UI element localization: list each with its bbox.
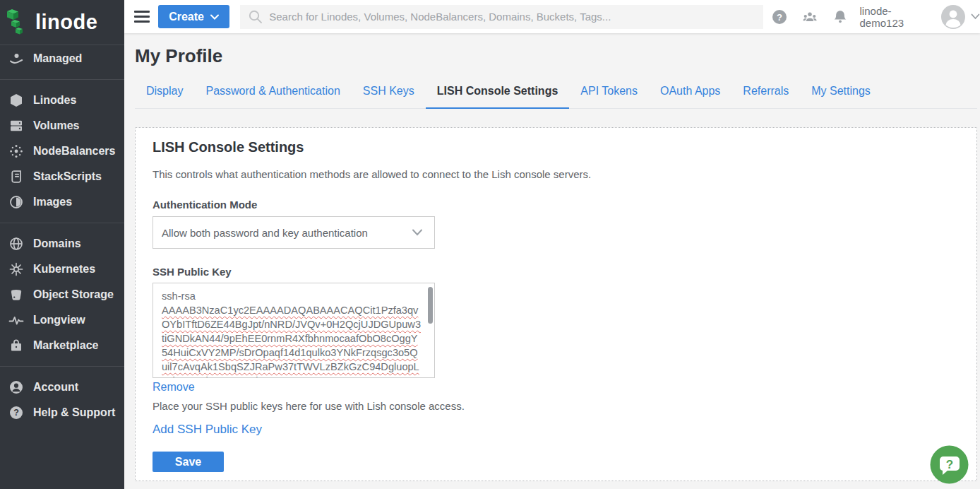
sidebar-item-label: StackScripts xyxy=(33,170,102,183)
sidebar-item-label: Kubernetes xyxy=(33,263,95,276)
topbar: Create ? linode-demo123 xyxy=(124,0,980,33)
help-circle-icon[interactable]: ? xyxy=(772,9,787,25)
sidebar-item-label: Account xyxy=(33,381,78,394)
sidebar-nav: Managed Linodes Volumes NodeBalancers S xyxy=(0,45,124,425)
ssh-key-helper-text: Place your SSH public keys here for use … xyxy=(153,400,960,412)
tab-referrals[interactable]: Referrals xyxy=(731,76,800,108)
svg-text:?: ? xyxy=(13,408,19,418)
sidebar-item-kubernetes[interactable]: Kubernetes xyxy=(0,257,124,282)
help-icon: ? xyxy=(8,405,25,420)
user-menu[interactable]: linode-demo123 xyxy=(860,5,980,29)
remove-key-link[interactable]: Remove xyxy=(153,381,195,394)
floating-help-button[interactable]: ? xyxy=(929,444,969,485)
auth-mode-select[interactable]: Allow both password and key authenticati… xyxy=(153,216,435,249)
volumes-icon xyxy=(8,118,25,134)
nodebalancers-icon xyxy=(8,143,25,159)
ssh-key-textarea[interactable]: ssh-rsa AAAAB3NzaC1yc2EAAAADAQABAAACAQCi… xyxy=(153,283,435,378)
search-input[interactable] xyxy=(269,11,755,23)
object-storage-icon xyxy=(8,287,25,302)
sidebar-item-label: Help & Support xyxy=(33,406,115,419)
svg-text:?: ? xyxy=(946,458,953,471)
tab-oauth-apps[interactable]: OAuth Apps xyxy=(649,76,731,108)
main-content: My Profile Display Password & Authentica… xyxy=(124,33,980,489)
sidebar-item-label: Volumes xyxy=(33,119,80,132)
domains-icon xyxy=(8,236,25,252)
create-button[interactable]: Create xyxy=(158,5,229,28)
sidebar-item-managed[interactable]: Managed xyxy=(0,46,124,71)
sidebar-item-label: Longview xyxy=(33,314,85,326)
sidebar-item-domains[interactable]: Domains xyxy=(0,231,124,257)
tab-ssh-keys[interactable]: SSH Keys xyxy=(352,76,426,108)
create-button-label: Create xyxy=(169,11,204,23)
menu-hamburger-icon[interactable] xyxy=(134,11,150,23)
notifications-bell-icon[interactable] xyxy=(832,9,848,25)
linode-logo-text: linode xyxy=(35,11,97,34)
account-icon xyxy=(8,379,25,395)
save-button[interactable]: Save xyxy=(153,452,224,472)
stackscripts-icon xyxy=(8,169,25,184)
sidebar-item-account[interactable]: Account xyxy=(0,375,124,400)
sidebar: linode Managed Linodes Volumes NodeBal xyxy=(0,0,124,489)
tab-password-authentication[interactable]: Password & Authentication xyxy=(194,76,351,108)
topbar-icons: ? xyxy=(772,9,848,25)
sidebar-item-images[interactable]: Images xyxy=(0,189,124,215)
auth-mode-value: Allow both password and key authenticati… xyxy=(162,227,368,239)
search-icon xyxy=(248,9,263,24)
username: linode-demo123 xyxy=(860,5,936,29)
sidebar-item-label: Images xyxy=(33,196,72,208)
tab-lish-console-settings[interactable]: LISH Console Settings xyxy=(426,76,570,109)
longview-icon xyxy=(8,312,25,328)
linode-logo-icon xyxy=(5,6,32,39)
add-ssh-key-link[interactable]: Add SSH Public Key xyxy=(153,423,262,437)
sidebar-item-volumes[interactable]: Volumes xyxy=(0,113,124,139)
community-icon[interactable] xyxy=(802,9,818,25)
avatar xyxy=(941,5,965,29)
managed-icon xyxy=(8,51,25,66)
sidebar-item-linodes[interactable]: Linodes xyxy=(0,88,124,113)
panel-description: This controls what authentication method… xyxy=(153,167,960,182)
sidebar-item-stackscripts[interactable]: StackScripts xyxy=(0,164,124,189)
ssh-key-label: SSH Public Key xyxy=(153,266,960,277)
sidebar-item-help-support[interactable]: ? Help & Support xyxy=(0,400,124,425)
global-search xyxy=(240,5,763,29)
sidebar-item-nodebalancers[interactable]: NodeBalancers xyxy=(0,139,124,164)
textarea-scrollbar[interactable] xyxy=(428,287,433,324)
panel-title: LISH Console Settings xyxy=(153,139,960,155)
sidebar-item-label: Managed xyxy=(33,52,82,65)
page-title: My Profile xyxy=(135,45,980,67)
tab-api-tokens[interactable]: API Tokens xyxy=(569,76,649,108)
images-icon xyxy=(8,194,25,210)
tab-my-settings[interactable]: My Settings xyxy=(800,76,882,108)
marketplace-icon xyxy=(8,338,25,353)
profile-tabs: Display Password & Authentication SSH Ke… xyxy=(135,76,977,109)
sidebar-divider xyxy=(0,223,124,223)
sidebar-item-longview[interactable]: Longview xyxy=(0,307,124,333)
chevron-down-icon xyxy=(971,13,980,20)
sidebar-item-label: NodeBalancers xyxy=(33,145,116,158)
sidebar-item-label: Domains xyxy=(33,237,81,250)
sidebar-divider xyxy=(0,79,124,80)
chevron-down-icon xyxy=(210,14,219,20)
sidebar-item-marketplace[interactable]: Marketplace xyxy=(0,333,124,358)
sidebar-item-label: Object Storage xyxy=(33,288,114,301)
tab-display[interactable]: Display xyxy=(135,76,194,108)
chevron-down-icon xyxy=(412,229,423,236)
linodes-icon xyxy=(8,93,25,108)
kubernetes-icon xyxy=(8,261,25,277)
ssh-key-prefix: ssh-rsa xyxy=(162,290,196,302)
auth-mode-label: Authentication Mode xyxy=(153,199,960,210)
svg-text:?: ? xyxy=(777,11,782,22)
linode-logo[interactable]: linode xyxy=(0,0,124,45)
sidebar-divider xyxy=(0,366,124,367)
sidebar-item-label: Marketplace xyxy=(33,339,99,352)
sidebar-item-object-storage[interactable]: Object Storage xyxy=(0,282,124,307)
lish-settings-panel: LISH Console Settings This controls what… xyxy=(135,127,977,481)
ssh-key-body: AAAAB3NzaC1yc2EAAAADAQABAAACAQCit1Pzfa3q… xyxy=(162,305,421,378)
sidebar-item-label: Linodes xyxy=(33,94,76,107)
